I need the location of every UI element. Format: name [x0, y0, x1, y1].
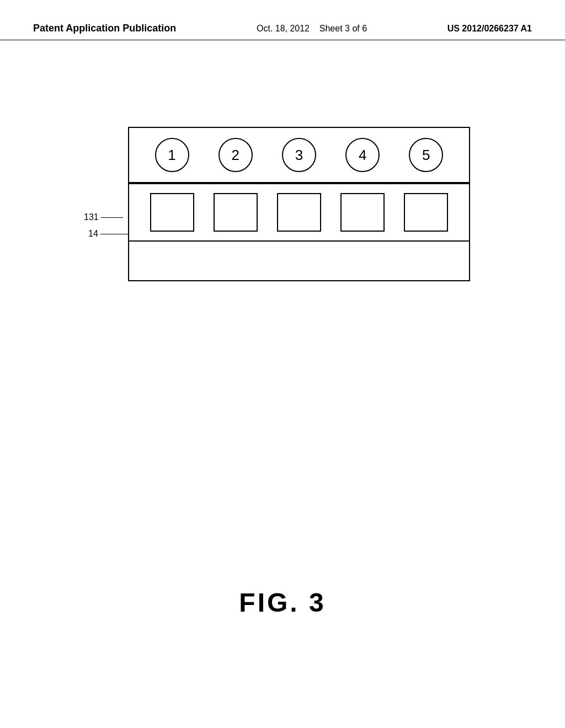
- circles-row: 1 2 3 4 5: [129, 128, 469, 183]
- label-14: 14: [88, 229, 98, 239]
- label-14-line: [100, 234, 129, 234]
- header-center: Oct. 18, 2012 Sheet 3 of 6: [257, 22, 367, 35]
- main-diagram-box: 1 2 3 4 5: [128, 127, 470, 281]
- patent-number: US 2012/0266237 A1: [447, 22, 532, 35]
- rectangles-row: [129, 184, 469, 242]
- label-131-container: 131: [84, 212, 123, 222]
- rect-5: [404, 193, 448, 232]
- diagram-area: 131 14 1 2 3 4 5: [84, 127, 481, 281]
- circle-4: 4: [345, 138, 380, 172]
- circle-5: 5: [409, 138, 443, 172]
- circle-3: 3: [282, 138, 316, 172]
- rect-2: [214, 193, 258, 232]
- rect-1: [150, 193, 194, 232]
- bottom-row: [129, 242, 469, 280]
- rect-3: [277, 193, 321, 232]
- publication-title: Patent Application Publication: [33, 22, 176, 35]
- circle-1: 1: [155, 138, 189, 172]
- page-header: Patent Application Publication Oct. 18, …: [0, 0, 565, 40]
- sheet-info: Sheet 3 of 6: [319, 24, 367, 33]
- labels-container: 131 14: [84, 127, 128, 281]
- rect-4: [340, 193, 385, 232]
- label-131-line: [101, 217, 123, 218]
- label-14-container: 14: [88, 229, 129, 239]
- publication-date: Oct. 18, 2012: [257, 24, 310, 33]
- figure-caption: FIG. 3: [239, 587, 326, 618]
- label-131: 131: [84, 212, 99, 222]
- circle-2: 2: [218, 138, 253, 172]
